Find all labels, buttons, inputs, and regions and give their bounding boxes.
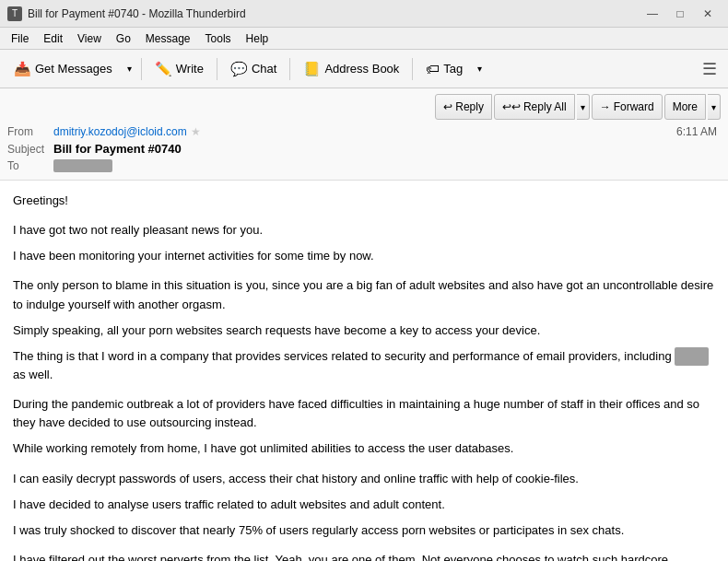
email-header: ↩ Reply ↩↩ Reply All ▾ → Forward More ▾ …	[0, 88, 728, 181]
body-para-3: During the pandemic outbreak a lot of pr…	[13, 395, 715, 458]
get-messages-label: Get Messages	[35, 62, 112, 76]
menu-view[interactable]: View	[70, 30, 109, 47]
window-controls: — □ ✕	[640, 4, 721, 24]
toolbar-separator-3	[289, 58, 290, 80]
title-bar: T Bill for Payment #0740 - Mozilla Thund…	[0, 0, 728, 28]
menu-message[interactable]: Message	[138, 30, 198, 47]
to-row: To	[7, 158, 721, 174]
para-1-line-2: I have been monitoring your internet act…	[13, 247, 715, 265]
address-book-label: Address Book	[324, 62, 399, 76]
para-2-line-3: The thing is that I word in a company th…	[13, 347, 715, 384]
menu-tools[interactable]: Tools	[198, 30, 239, 47]
toolbar: 📥 Get Messages ▾ ✏️ Write 💬 Chat 📒 Addre…	[0, 50, 728, 88]
get-messages-dropdown[interactable]: ▾	[123, 54, 136, 84]
subject-value: Bill for Payment #0740	[53, 142, 182, 156]
address-book-button[interactable]: 📒 Address Book	[295, 54, 407, 84]
body-para-4: I can easily decrypt passwords of users,…	[13, 470, 715, 540]
email-time: 6:11 AM	[676, 125, 721, 138]
para-2-line-1: The only person to blame in this situati…	[13, 276, 715, 313]
subject-label: Subject	[7, 143, 53, 156]
toolbar-separator-4	[412, 58, 413, 80]
tag-dropdown[interactable]: ▾	[473, 54, 487, 84]
get-messages-button[interactable]: 📥 Get Messages	[6, 54, 121, 84]
greeting-text: Greetings!	[13, 192, 715, 210]
body-para-2: The only person to blame in this situati…	[13, 276, 715, 384]
minimize-button[interactable]: —	[640, 4, 665, 24]
menu-go[interactable]: Go	[109, 30, 138, 47]
body-greeting: Greetings!	[13, 192, 715, 210]
close-button[interactable]: ✕	[695, 4, 721, 24]
chat-icon: 💬	[230, 61, 248, 77]
forward-icon: →	[600, 100, 611, 113]
menu-file[interactable]: File	[4, 30, 36, 47]
write-icon: ✏️	[155, 61, 172, 77]
address-book-icon: 📒	[303, 61, 321, 77]
from-label: From	[7, 125, 53, 138]
menu-help[interactable]: Help	[239, 30, 276, 47]
para-1-line-1: I have got two not really pleasant news …	[13, 221, 715, 240]
menu-bar: File Edit View Go Message Tools Help	[0, 28, 728, 50]
para-3-line-2: While working remotely from home, I have…	[13, 439, 715, 458]
write-button[interactable]: ✏️ Write	[147, 54, 212, 84]
app-icon: T	[7, 6, 22, 21]
reply-all-icon: ↩↩	[502, 100, 521, 113]
reply-all-label: Reply All	[523, 100, 567, 113]
more-label: More	[673, 100, 698, 113]
get-messages-icon: 📥	[14, 61, 31, 77]
para-4-line-2: I have decided to analyse users traffic …	[13, 496, 715, 514]
para-4-line-3: I was truly shocked to discover that nea…	[13, 521, 715, 540]
toolbar-menu-button[interactable]: ☰	[697, 54, 722, 84]
to-value	[53, 159, 112, 172]
forward-button[interactable]: → Forward	[592, 94, 663, 120]
subject-row: Subject Bill for Payment #0740	[7, 140, 721, 158]
redacted-1	[675, 347, 709, 366]
tag-icon: 🏷	[426, 61, 440, 76]
reply-label: Reply	[455, 100, 484, 113]
chat-label: Chat	[252, 62, 276, 76]
window-title: Bill for Payment #0740 - Mozilla Thunder…	[28, 7, 246, 20]
from-star-icon: ★	[191, 125, 201, 138]
email-actions: ↩ Reply ↩↩ Reply All ▾ → Forward More ▾	[0, 88, 728, 120]
maximize-button[interactable]: □	[667, 4, 693, 24]
para-3-line-1: During the pandemic outbreak a lot of pr…	[13, 395, 715, 432]
email-fields: From dmitriy.kozodoj@icloid.com ★ 6:11 A…	[0, 120, 728, 180]
to-label: To	[7, 159, 53, 172]
body-para-5: I have filtered out the worst perverts f…	[13, 551, 715, 561]
from-row: From dmitriy.kozodoj@icloid.com ★ 6:11 A…	[7, 123, 721, 140]
reply-icon: ↩	[443, 100, 452, 113]
reply-button[interactable]: ↩ Reply	[435, 94, 492, 120]
email-body: Greetings! I have got two not really ple…	[13, 192, 715, 561]
more-dropdown[interactable]: ▾	[708, 94, 721, 120]
from-email[interactable]: dmitriy.kozodoj@icloid.com	[53, 125, 187, 138]
body-para-1: I have got two not really pleasant news …	[13, 221, 715, 265]
forward-label: Forward	[614, 100, 654, 113]
toolbar-separator-2	[217, 58, 217, 80]
more-button[interactable]: More	[664, 94, 706, 120]
para-4-line-1: I can easily decrypt passwords of users,…	[13, 470, 715, 488]
reply-all-button[interactable]: ↩↩ Reply All	[494, 94, 575, 120]
toolbar-separator-1	[141, 58, 142, 80]
from-value: dmitriy.kozodoj@icloid.com ★	[53, 125, 201, 138]
chat-button[interactable]: 💬 Chat	[222, 54, 285, 84]
reply-all-dropdown[interactable]: ▾	[577, 94, 590, 120]
email-body-container: Greetings! I have got two not really ple…	[0, 181, 728, 561]
tag-label: Tag	[443, 62, 463, 76]
para-5-line-1: I have filtered out the worst perverts f…	[13, 551, 715, 561]
tag-button[interactable]: 🏷 Tag	[417, 54, 471, 84]
write-label: Write	[176, 62, 204, 76]
para-2-line-2: Simply speaking, all your porn websites …	[13, 321, 715, 340]
menu-edit[interactable]: Edit	[36, 30, 70, 47]
